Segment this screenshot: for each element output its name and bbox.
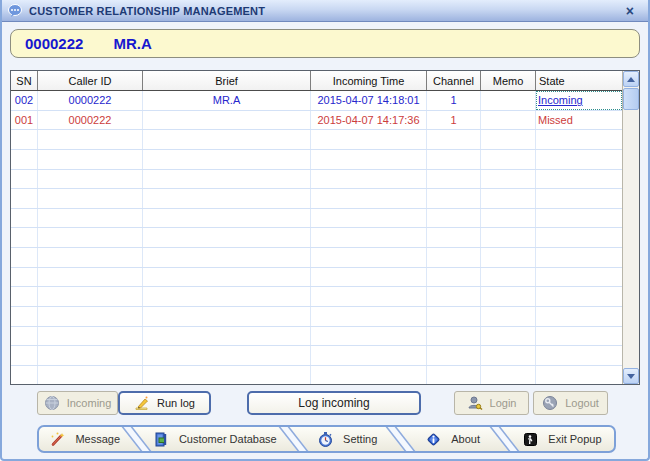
cell-channel[interactable] bbox=[427, 366, 481, 384]
cell-memo[interactable] bbox=[481, 170, 536, 189]
cell-sn[interactable] bbox=[11, 150, 38, 169]
cell-memo[interactable] bbox=[481, 189, 536, 208]
cell-state[interactable] bbox=[536, 209, 622, 228]
cell-state[interactable] bbox=[536, 189, 622, 208]
cell-state[interactable] bbox=[536, 327, 622, 346]
cell-memo[interactable] bbox=[481, 346, 536, 365]
logout-button[interactable]: Logout bbox=[533, 391, 608, 415]
cell-sn[interactable] bbox=[11, 346, 38, 365]
cell-channel[interactable] bbox=[427, 287, 481, 306]
cell-state[interactable] bbox=[536, 307, 622, 326]
cell-incoming_time[interactable] bbox=[311, 170, 427, 189]
cell-brief[interactable] bbox=[143, 209, 311, 228]
table-row[interactable] bbox=[11, 366, 622, 384]
table-row[interactable] bbox=[11, 228, 622, 248]
cell-caller_id[interactable] bbox=[38, 150, 143, 169]
table-row[interactable] bbox=[11, 248, 622, 268]
cell-state[interactable] bbox=[536, 228, 622, 247]
table-row[interactable] bbox=[11, 346, 622, 366]
cell-state[interactable] bbox=[536, 366, 622, 384]
table-row[interactable]: 0020000222MR.A2015-04-07 14:18:011Incomi… bbox=[11, 91, 622, 111]
cell-memo[interactable] bbox=[481, 150, 536, 169]
table-row[interactable] bbox=[11, 130, 622, 150]
cell-incoming_time[interactable] bbox=[311, 189, 427, 208]
table-row[interactable] bbox=[11, 287, 622, 307]
cell-caller_id[interactable] bbox=[38, 307, 143, 326]
table-row[interactable] bbox=[11, 327, 622, 347]
tab-exit-popup[interactable]: Exit Popup bbox=[510, 427, 614, 451]
header-caller-id[interactable]: Caller ID bbox=[38, 71, 143, 90]
cell-caller_id[interactable] bbox=[38, 130, 143, 149]
vertical-scrollbar[interactable] bbox=[622, 71, 639, 384]
cell-incoming_time[interactable] bbox=[311, 366, 427, 384]
cell-sn[interactable] bbox=[11, 189, 38, 208]
cell-sn[interactable] bbox=[11, 268, 38, 287]
cell-channel[interactable]: 1 bbox=[427, 111, 481, 130]
cell-channel[interactable] bbox=[427, 268, 481, 287]
cell-sn[interactable] bbox=[11, 209, 38, 228]
tab-setting[interactable]: Setting bbox=[299, 427, 395, 451]
cell-channel[interactable] bbox=[427, 248, 481, 267]
cell-channel[interactable] bbox=[427, 170, 481, 189]
cell-caller_id[interactable]: 0000222 bbox=[38, 111, 143, 130]
cell-incoming_time[interactable] bbox=[311, 150, 427, 169]
cell-caller_id[interactable] bbox=[38, 228, 143, 247]
cell-brief[interactable] bbox=[143, 150, 311, 169]
cell-incoming_time[interactable]: 2015-04-07 14:17:36 bbox=[311, 111, 427, 130]
cell-memo[interactable] bbox=[481, 307, 536, 326]
cell-memo[interactable] bbox=[481, 91, 536, 110]
cell-caller_id[interactable]: 0000222 bbox=[38, 91, 143, 110]
cell-memo[interactable] bbox=[481, 111, 536, 130]
cell-incoming_time[interactable] bbox=[311, 130, 427, 149]
cell-state[interactable] bbox=[536, 248, 622, 267]
cell-sn[interactable]: 001 bbox=[11, 111, 38, 130]
log-incoming-button[interactable]: Log incoming bbox=[247, 391, 421, 415]
cell-brief[interactable]: MR.A bbox=[143, 91, 311, 110]
cell-state[interactable]: Missed bbox=[536, 111, 622, 130]
cell-memo[interactable] bbox=[481, 366, 536, 384]
cell-channel[interactable] bbox=[427, 150, 481, 169]
run-log-button[interactable]: Run log bbox=[118, 391, 211, 415]
cell-caller_id[interactable] bbox=[38, 170, 143, 189]
cell-caller_id[interactable] bbox=[38, 268, 143, 287]
table-row[interactable] bbox=[11, 307, 622, 327]
header-sn[interactable]: SN bbox=[11, 71, 38, 90]
cell-incoming_time[interactable] bbox=[311, 327, 427, 346]
tab-customer-database[interactable]: Customer Database bbox=[142, 427, 288, 451]
cell-memo[interactable] bbox=[481, 287, 536, 306]
cell-incoming_time[interactable] bbox=[311, 268, 427, 287]
cell-brief[interactable] bbox=[143, 307, 311, 326]
cell-channel[interactable] bbox=[427, 307, 481, 326]
cell-sn[interactable] bbox=[11, 307, 38, 326]
header-channel[interactable]: Channel bbox=[427, 71, 481, 90]
cell-caller_id[interactable] bbox=[38, 346, 143, 365]
cell-brief[interactable] bbox=[143, 248, 311, 267]
cell-state[interactable] bbox=[536, 346, 622, 365]
cell-state[interactable] bbox=[536, 170, 622, 189]
cell-brief[interactable] bbox=[143, 287, 311, 306]
login-button[interactable]: Login bbox=[454, 391, 529, 415]
cell-memo[interactable] bbox=[481, 130, 536, 149]
cell-brief[interactable] bbox=[143, 111, 311, 130]
header-state[interactable]: State bbox=[536, 71, 622, 90]
cell-incoming_time[interactable] bbox=[311, 209, 427, 228]
cell-memo[interactable] bbox=[481, 268, 536, 287]
cell-memo[interactable] bbox=[481, 209, 536, 228]
cell-incoming_time[interactable]: 2015-04-07 14:18:01 bbox=[311, 91, 427, 110]
cell-channel[interactable]: 1 bbox=[427, 91, 481, 110]
cell-brief[interactable] bbox=[143, 346, 311, 365]
cell-state[interactable] bbox=[536, 150, 622, 169]
cell-memo[interactable] bbox=[481, 327, 536, 346]
cell-channel[interactable] bbox=[427, 327, 481, 346]
scroll-up-button[interactable] bbox=[623, 71, 639, 87]
cell-brief[interactable] bbox=[143, 268, 311, 287]
tab-about[interactable]: About bbox=[406, 427, 499, 451]
cell-caller_id[interactable] bbox=[38, 209, 143, 228]
cell-sn[interactable] bbox=[11, 228, 38, 247]
cell-caller_id[interactable] bbox=[38, 248, 143, 267]
cell-channel[interactable] bbox=[427, 130, 481, 149]
cell-incoming_time[interactable] bbox=[311, 346, 427, 365]
cell-caller_id[interactable] bbox=[38, 327, 143, 346]
header-brief[interactable]: Brief bbox=[143, 71, 311, 90]
scroll-thumb[interactable] bbox=[623, 88, 639, 110]
